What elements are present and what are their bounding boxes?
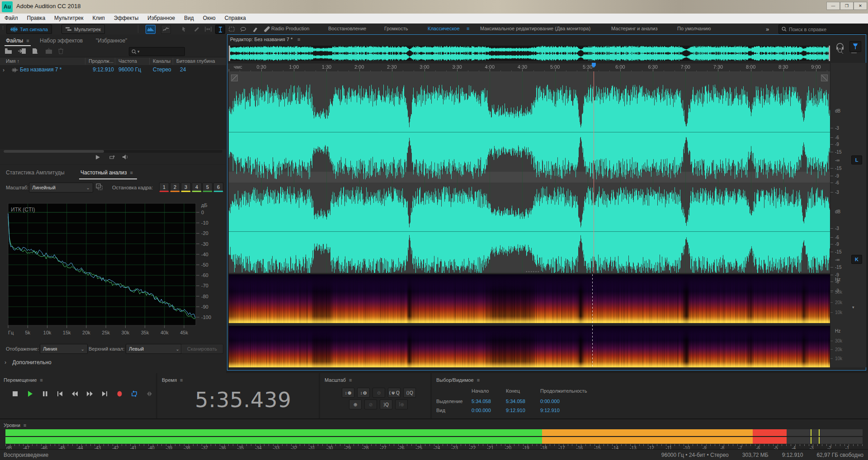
preview-autoplay-button[interactable] bbox=[122, 154, 129, 161]
maximize-button[interactable]: ❐ bbox=[840, 2, 854, 10]
cell-start[interactable]: 0:00.000 bbox=[472, 408, 506, 413]
cell-end[interactable]: 9:12.910 bbox=[506, 408, 540, 413]
play-button[interactable] bbox=[25, 389, 35, 399]
stop-button[interactable] bbox=[10, 389, 20, 399]
files-search-input[interactable]: ▾ bbox=[129, 47, 185, 56]
tab-frequency-analysis[interactable]: Частотный анализ≡ bbox=[80, 169, 133, 176]
zoom-out-amplitude-button[interactable]: ↕⊖ bbox=[357, 388, 370, 398]
overview-navigator[interactable] bbox=[229, 46, 830, 61]
editor-panel-tab[interactable]: Редактор: Без названия 7 * ≡ bbox=[230, 36, 300, 42]
right-channel-badge[interactable]: K bbox=[851, 255, 862, 264]
move-tool[interactable] bbox=[180, 25, 189, 33]
delete-file-button[interactable] bbox=[58, 48, 64, 56]
top-channel-select[interactable]: Левый⌄ bbox=[126, 344, 183, 354]
cell-duration[interactable]: 0:00.000 bbox=[540, 399, 608, 404]
frame-hold-button-6[interactable]: 6 bbox=[213, 183, 223, 192]
zoom-in-full-button[interactable]: ⊕ bbox=[349, 399, 362, 409]
tab-amplitude-statistics[interactable]: Статистика Амплитуды bbox=[6, 169, 65, 176]
zoom-to-right-edge-button[interactable]: ⟩Q bbox=[380, 399, 392, 409]
selection-panel-menu-icon[interactable]: ≡ bbox=[477, 377, 480, 383]
file-row-expander[interactable]: › bbox=[3, 67, 5, 73]
frame-hold-button-4[interactable]: 4 bbox=[192, 183, 202, 192]
level-meter-bars[interactable] bbox=[5, 429, 863, 444]
frame-hold-button-1[interactable]: 1 bbox=[159, 183, 169, 192]
hscrollbar-thumb[interactable] bbox=[4, 150, 104, 153]
zoom-in-amplitude-button[interactable]: ↕⊕ bbox=[342, 388, 354, 398]
preview-play-button[interactable] bbox=[95, 155, 100, 161]
rewind-button[interactable] bbox=[70, 389, 80, 399]
copy-graph-button[interactable] bbox=[96, 183, 103, 192]
loop-playback-button[interactable] bbox=[129, 389, 139, 399]
fade-in-handle[interactable] bbox=[231, 75, 238, 81]
menu-0[interactable]: Файл bbox=[0, 14, 23, 23]
workspace-overflow-button[interactable]: » bbox=[766, 26, 769, 33]
left-channel-badge[interactable]: L bbox=[851, 155, 862, 164]
move-to-next-button[interactable] bbox=[99, 389, 109, 399]
spectral-view-button[interactable] bbox=[161, 25, 171, 34]
waveform-editor-button[interactable]: Тип сигнала bbox=[6, 24, 52, 34]
file-list[interactable]: › Без названия 7 * 9:12.910 96000 Гц Сте… bbox=[0, 65, 226, 149]
workspace-4[interactable]: Максимальное редактирование (Два монитор… bbox=[480, 26, 590, 31]
waveform-spectral-splitter[interactable]: ▪▪▪▪▪▪ bbox=[526, 269, 540, 274]
open-file-button[interactable] bbox=[5, 48, 12, 56]
move-to-previous-button[interactable] bbox=[55, 389, 65, 399]
column-header-4[interactable]: Битовая глубина bbox=[176, 58, 215, 64]
frequency-graph[interactable]: ИТК (CTI)дБ0-10-20-30-40-50-60-70-80-90-… bbox=[0, 199, 226, 339]
marquee-selection-tool[interactable] bbox=[227, 25, 236, 33]
frame-hold-button-5[interactable]: 5 bbox=[203, 183, 212, 192]
tab-effects-rack[interactable]: Набор эффектов bbox=[40, 38, 83, 44]
vertical-ruler[interactable]: ▾ dB-3-3-6-6-9-9-15-15-∞LdB-3-3-6-6-9-9-… bbox=[830, 63, 866, 367]
menu-1[interactable]: Правка bbox=[23, 14, 50, 23]
fade-out-handle[interactable] bbox=[821, 75, 828, 81]
files-panel-menu-icon[interactable]: ≡ bbox=[26, 38, 29, 43]
cell-end[interactable]: 5:34.058 bbox=[506, 399, 540, 404]
menu-3[interactable]: Клип bbox=[88, 14, 109, 23]
close-button[interactable]: ✕ bbox=[854, 2, 867, 10]
column-header-1[interactable]: Продолж... bbox=[89, 58, 113, 64]
column-header-0[interactable]: Имя↑ bbox=[6, 58, 19, 64]
overview-right-handle[interactable] bbox=[829, 46, 830, 61]
help-search-input[interactable]: Поиск в справке bbox=[778, 24, 868, 34]
column-header-3[interactable]: Каналы bbox=[153, 58, 170, 64]
time-panel-menu-icon[interactable]: ≡ bbox=[180, 377, 183, 383]
razor-tool[interactable] bbox=[192, 25, 201, 33]
playhead-line[interactable] bbox=[594, 71, 594, 273]
zoom-out-full-button[interactable]: ⊖ bbox=[373, 388, 385, 398]
time-selection-tool[interactable] bbox=[215, 25, 225, 34]
editor-panel-menu-icon[interactable]: ≡ bbox=[297, 37, 300, 42]
workspace-0[interactable]: Radio Production bbox=[271, 26, 309, 31]
frame-hold-button-3[interactable]: 3 bbox=[181, 183, 191, 192]
cell-start[interactable]: 5:34.058 bbox=[472, 399, 506, 404]
spot-healing-brush-tool[interactable] bbox=[262, 25, 271, 33]
menu-6[interactable]: Вид bbox=[179, 14, 198, 23]
tab-favorites[interactable]: "Избранное" bbox=[96, 38, 127, 44]
collapse-arrow-icon[interactable]: ▾ bbox=[852, 305, 854, 310]
levels-panel-menu-icon[interactable]: ≡ bbox=[24, 422, 26, 428]
pause-button[interactable] bbox=[40, 389, 50, 399]
import-file-button[interactable] bbox=[18, 48, 26, 56]
workspace-3[interactable]: Классическое bbox=[428, 26, 460, 31]
zoom-to-left-edge-button[interactable]: ⟨🜃Q bbox=[388, 388, 401, 398]
display-select[interactable]: Линия⌄ bbox=[40, 344, 88, 354]
zoom-to-selection-button[interactable]: ⟨⟩Q bbox=[403, 388, 416, 398]
scale-select[interactable]: Линейный⌄ bbox=[29, 183, 93, 192]
slip-tool[interactable] bbox=[203, 25, 212, 33]
scan-button[interactable]: Сканировать bbox=[181, 344, 223, 354]
column-header-2[interactable]: Частота bbox=[118, 58, 137, 64]
workspace-6[interactable]: По умолчанию bbox=[677, 26, 711, 31]
analysis-panel-menu-icon[interactable]: ≡ bbox=[130, 170, 132, 175]
zoom-panel-menu-icon[interactable]: ≡ bbox=[349, 377, 352, 383]
workspace-2[interactable]: Громкость bbox=[384, 26, 408, 31]
overview-left-handle[interactable] bbox=[229, 46, 230, 61]
zoom-reset-button[interactable]: ⊘ bbox=[364, 399, 377, 409]
file-name[interactable]: Без названия 7 * bbox=[20, 66, 62, 73]
file-list-hscrollbar[interactable] bbox=[4, 150, 222, 153]
cell-duration[interactable]: 9:12.910 bbox=[540, 408, 608, 413]
tab-files[interactable]: Файлы≡ bbox=[6, 38, 29, 44]
workspace-1[interactable]: Восстановление bbox=[328, 26, 366, 31]
metronome-toggle-button[interactable] bbox=[849, 41, 861, 52]
fast-forward-button[interactable] bbox=[85, 389, 94, 399]
lasso-selection-tool[interactable] bbox=[239, 25, 248, 33]
skip-selection-button[interactable] bbox=[144, 389, 154, 399]
preview-loop-button[interactable] bbox=[108, 155, 115, 161]
